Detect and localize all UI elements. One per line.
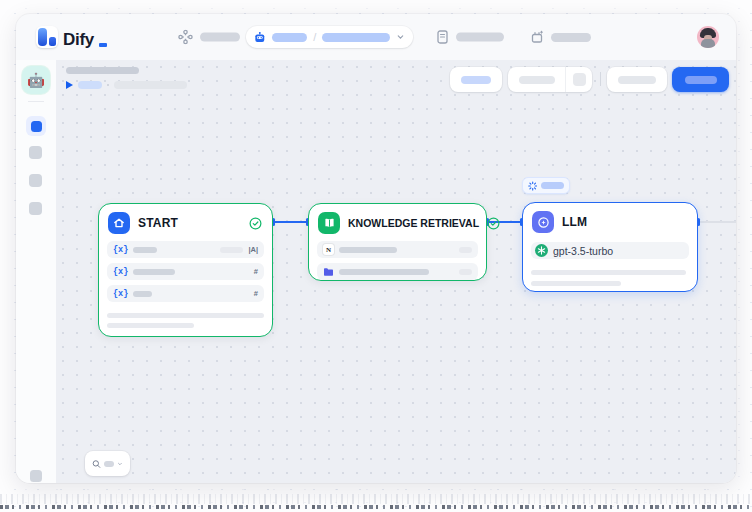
node-knowledge-header: KNOWLEDGE RETRIEVAL	[309, 204, 486, 241]
button-label-placeholder	[519, 76, 555, 84]
features-button[interactable]	[450, 67, 502, 92]
apps-icon	[178, 30, 193, 45]
secondary-button[interactable]	[607, 67, 667, 92]
background-noise-text-artifact	[0, 505, 752, 509]
placeholder-bar	[200, 33, 240, 42]
source-name-placeholder	[339, 269, 429, 275]
placeholder-bar	[107, 323, 194, 328]
model-name: gpt-3.5-turbo	[553, 245, 613, 257]
nav-docs[interactable]	[436, 30, 504, 45]
source-meta-placeholder	[459, 247, 472, 253]
sidebar-item-3[interactable]	[29, 202, 42, 215]
notion-icon: N	[323, 244, 334, 255]
left-sidebar: 🤖	[16, 60, 56, 483]
zoom-control[interactable]	[85, 451, 130, 476]
preview-button[interactable]	[508, 76, 565, 84]
plugin-icon	[530, 30, 544, 44]
node-start[interactable]: START {x} |A| {x}	[98, 203, 273, 337]
dify-logo[interactable]: Dify	[36, 26, 107, 48]
user-avatar[interactable]	[697, 26, 719, 48]
llm-running-badge	[522, 177, 570, 194]
llm-icon	[532, 211, 554, 233]
sidebar-divider	[28, 101, 44, 102]
more-icon	[573, 73, 586, 86]
sidebar-item-1[interactable]	[29, 146, 42, 159]
avatar-body	[701, 39, 715, 48]
node-description-placeholder	[107, 313, 264, 328]
node-knowledge-retrieval[interactable]: KNOWLEDGE RETRIEVAL N	[308, 203, 487, 281]
check-circle-icon	[249, 217, 262, 230]
nav-explore[interactable]	[178, 30, 240, 45]
chevron-down-icon	[396, 32, 405, 42]
node-title: LLM	[562, 215, 687, 229]
variable-icon: {x}	[113, 289, 128, 299]
dify-app-window: Dify	[16, 14, 736, 483]
home-icon	[108, 212, 130, 234]
publish-button[interactable]	[672, 67, 729, 92]
source-meta-placeholder	[459, 269, 472, 275]
robot-icon	[254, 31, 266, 44]
variable-name-placeholder	[133, 291, 152, 297]
knowledge-source-row[interactable]	[317, 263, 478, 280]
app-name-placeholder	[272, 33, 308, 42]
placeholder-bar	[531, 281, 621, 286]
variable-row[interactable]: {x} #	[107, 285, 264, 302]
desktop-background: Dify	[0, 0, 752, 512]
button-label-placeholder	[685, 76, 717, 84]
edge-llm-outgoing	[698, 221, 736, 223]
sidebar-item-workflow-active[interactable]	[26, 116, 46, 136]
app-switcher[interactable]: /	[246, 26, 413, 48]
button-label-placeholder	[461, 76, 491, 84]
preview-button-group[interactable]	[508, 67, 592, 92]
model-selector-row[interactable]: gpt-3.5-turbo	[531, 242, 689, 259]
zoom-value-placeholder	[104, 461, 114, 467]
dify-logo-icon	[36, 26, 58, 48]
workflow-title-placeholder	[66, 67, 139, 74]
dify-logo-text: Dify	[63, 31, 94, 48]
variable-row[interactable]: {x} |A|	[107, 241, 264, 258]
openai-icon	[535, 244, 548, 257]
variable-value-placeholder	[220, 247, 243, 253]
variable-icon: {x}	[113, 245, 128, 255]
book-icon	[318, 212, 340, 234]
variable-type-badge: |A|	[248, 245, 258, 254]
docs-icon	[436, 30, 449, 45]
edge-start-to-knowledge	[273, 221, 308, 223]
top-header: Dify	[16, 14, 736, 60]
nav-plugins[interactable]	[530, 30, 591, 44]
workflow-canvas[interactable]: START {x} |A| {x}	[56, 60, 736, 483]
node-llm[interactable]: LLM gpt-3.5-turbo	[522, 202, 698, 292]
variable-type-badge: #	[254, 267, 258, 276]
spinner-icon	[528, 181, 537, 191]
knowledge-source-row[interactable]: N	[317, 241, 478, 258]
sidebar-item-settings[interactable]	[30, 470, 42, 482]
run-meta-placeholder	[114, 81, 187, 89]
placeholder-bar	[456, 33, 504, 42]
variable-name-placeholder	[133, 269, 175, 275]
button-label-placeholder	[618, 76, 656, 84]
dot-separator	[107, 84, 109, 86]
dify-logo-cursor	[99, 43, 107, 47]
placeholder-bar	[107, 313, 264, 318]
variable-icon: {x}	[113, 267, 128, 277]
breadcrumb-separator: /	[313, 32, 316, 43]
placeholder-bar	[551, 33, 591, 42]
toolbar-divider	[600, 72, 601, 86]
folder-icon	[323, 267, 334, 277]
node-start-header: START	[99, 204, 272, 241]
node-description-placeholder	[531, 270, 689, 286]
run-label-placeholder	[78, 81, 102, 89]
workflow-icon	[31, 121, 42, 132]
chevron-down-icon	[117, 460, 123, 468]
play-icon[interactable]	[66, 81, 73, 89]
badge-label-placeholder	[541, 182, 564, 189]
variable-type-badge: #	[254, 289, 258, 298]
more-run-options-button[interactable]	[566, 73, 592, 86]
source-name-placeholder	[339, 247, 397, 253]
sidebar-item-2[interactable]	[29, 174, 42, 187]
node-llm-header: LLM	[523, 203, 697, 240]
placeholder-bar	[531, 270, 686, 275]
current-app-icon[interactable]: 🤖	[22, 66, 50, 94]
node-title: KNOWLEDGE RETRIEVAL	[348, 217, 479, 229]
variable-row[interactable]: {x} #	[107, 263, 264, 280]
